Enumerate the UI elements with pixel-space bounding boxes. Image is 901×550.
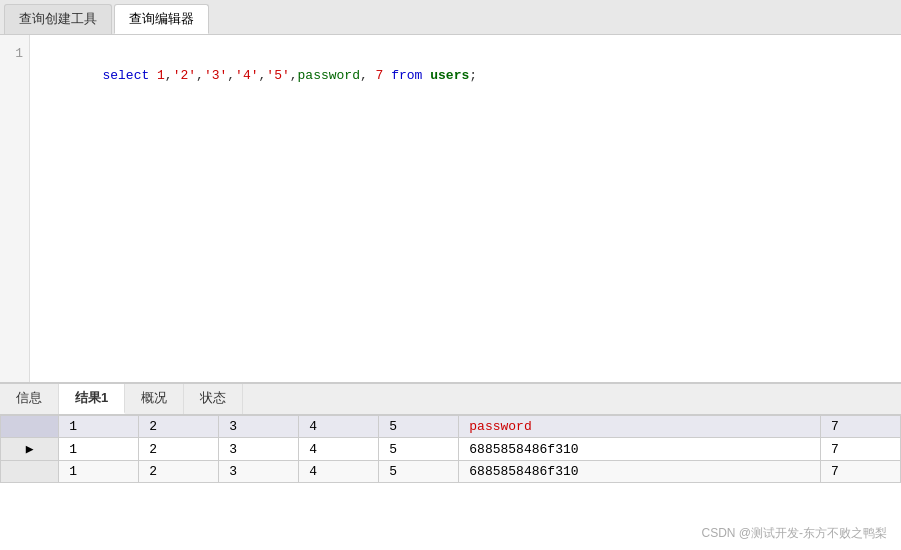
space1	[149, 68, 157, 83]
comma5: ,	[290, 68, 298, 83]
table-cell: 7	[820, 438, 900, 461]
table-cell: 5	[379, 461, 459, 483]
bottom-panel: 信息 结果1 概况 状态 1 2 3 4 5 password 7 ▶12345…	[0, 382, 901, 550]
table-cell: 6885858486f310	[459, 438, 821, 461]
tab-results1[interactable]: 结果1	[59, 384, 125, 414]
table-cell: 3	[219, 461, 299, 483]
line-number-1: 1	[0, 43, 23, 65]
tab-query-builder[interactable]: 查询创建工具	[4, 4, 112, 34]
table-row: 123456885858486f3107	[1, 461, 901, 483]
keyword-from: from	[391, 68, 422, 83]
comma1: ,	[165, 68, 173, 83]
str-2: '2'	[173, 68, 196, 83]
code-line-1: select 1,'2','3','4','5',password, 7 fro…	[40, 43, 891, 109]
num-1: 1	[157, 68, 165, 83]
col-header-3: 3	[219, 416, 299, 438]
table-cell: 4	[299, 438, 379, 461]
table-cell: 2	[139, 438, 219, 461]
tab-query-editor[interactable]: 查询编辑器	[114, 4, 209, 34]
comma6: ,	[360, 68, 376, 83]
col-header-5: 5	[379, 416, 459, 438]
table-cell: 5	[379, 438, 459, 461]
col-header-rownum	[1, 416, 59, 438]
code-editor[interactable]: select 1,'2','3','4','5',password, 7 fro…	[30, 35, 901, 382]
editor-area: 1 select 1,'2','3','4','5',password, 7 f…	[0, 35, 901, 382]
str-4: '4'	[235, 68, 258, 83]
comma3: ,	[227, 68, 235, 83]
tab-status[interactable]: 状态	[184, 384, 243, 414]
results-area[interactable]: 1 2 3 4 5 password 7 ▶123456885858486f31…	[0, 415, 901, 550]
table-users: users	[430, 68, 469, 83]
line-numbers: 1	[0, 35, 30, 382]
tab-bar: 查询创建工具 查询编辑器	[0, 0, 901, 35]
results-table: 1 2 3 4 5 password 7 ▶123456885858486f31…	[0, 415, 901, 483]
table-cell: 3	[219, 438, 299, 461]
table-row: ▶123456885858486f3107	[1, 438, 901, 461]
col-header-7: 7	[820, 416, 900, 438]
col-password: password	[298, 68, 360, 83]
col-header-2: 2	[139, 416, 219, 438]
editor-wrapper: 1 select 1,'2','3','4','5',password, 7 f…	[0, 35, 901, 382]
keyword-select: select	[102, 68, 149, 83]
col-header-1: 1	[59, 416, 139, 438]
row-marker	[1, 461, 59, 483]
table-cell: 2	[139, 461, 219, 483]
table-cell: 7	[820, 461, 900, 483]
col-header-password: password	[459, 416, 821, 438]
col-header-4: 4	[299, 416, 379, 438]
str-5: '5'	[266, 68, 289, 83]
bottom-tab-bar: 信息 结果1 概况 状态	[0, 384, 901, 415]
row-marker: ▶	[1, 438, 59, 461]
table-cell: 1	[59, 438, 139, 461]
tab-overview[interactable]: 概况	[125, 384, 184, 414]
table-cell: 6885858486f310	[459, 461, 821, 483]
table-header-row: 1 2 3 4 5 password 7	[1, 416, 901, 438]
table-cell: 4	[299, 461, 379, 483]
comma2: ,	[196, 68, 204, 83]
str-3: '3'	[204, 68, 227, 83]
semicolon: ;	[469, 68, 477, 83]
table-cell: 1	[59, 461, 139, 483]
watermark: CSDN @测试开发-东方不败之鸭梨	[701, 525, 887, 542]
tab-info[interactable]: 信息	[0, 384, 59, 414]
